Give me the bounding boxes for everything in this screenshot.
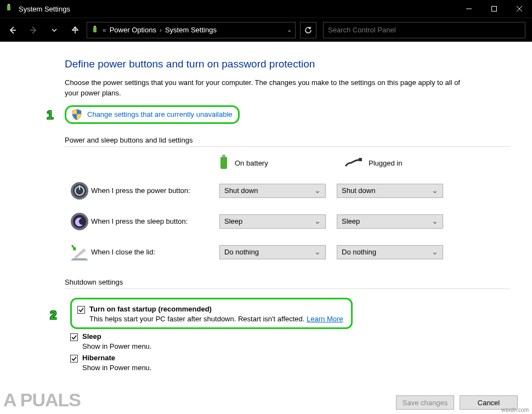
divider <box>65 146 510 147</box>
annotation-1: 1 <box>47 108 53 122</box>
sleep-button-label: When I press the sleep button: <box>91 217 219 225</box>
sleep-button-battery-combo[interactable]: Sleep <box>219 214 326 229</box>
fast-startup-label: Turn on fast startup (recommended) <box>89 305 212 313</box>
breadcrumb-sep-icon: « <box>103 26 106 34</box>
fast-startup-desc: This helps start your PC faster after sh… <box>89 315 307 323</box>
lid-label: When I close the lid: <box>91 248 219 256</box>
hibernate-desc: Show in Power menu. <box>82 364 510 372</box>
search-box[interactable] <box>323 22 525 38</box>
navbar: « Power Options › System Settings ⌄ <box>0 18 532 42</box>
svg-rect-8 <box>93 27 97 32</box>
minimize-button[interactable] <box>456 0 482 18</box>
battery-icon <box>218 154 229 173</box>
power-button-label: When I press the power button: <box>91 186 219 195</box>
col-battery-label: On battery <box>235 159 268 167</box>
back-button[interactable] <box>3 21 22 39</box>
hibernate-checkbox[interactable] <box>70 355 78 362</box>
group-title: Shutdown settings <box>65 278 510 288</box>
change-settings-highlight: 1 Change settings that are currently una… <box>65 105 240 124</box>
sleep-button-icon <box>68 210 91 233</box>
lid-row: When I close the lid: Do nothing Do noth… <box>65 241 510 264</box>
lid-plugged-combo[interactable]: Do nothing <box>337 245 443 259</box>
window-title: System Settings <box>19 5 456 13</box>
save-changes-button[interactable]: Save changes <box>396 395 454 410</box>
column-headers: On battery Plugged in <box>218 154 510 173</box>
maximize-button[interactable] <box>482 0 507 18</box>
power-options-icon <box>4 4 14 14</box>
uac-shield-icon <box>72 109 82 120</box>
lid-battery-combo[interactable]: Do nothing <box>219 245 326 259</box>
chevron-right-icon: › <box>160 26 162 34</box>
shutdown-settings-group: Shutdown settings 2 Turn on fast startup… <box>65 278 510 372</box>
power-button-plugged-combo[interactable]: Shut down <box>337 184 443 198</box>
annotation-2: 2 <box>50 308 56 322</box>
chevron-down-icon[interactable]: ⌄ <box>287 26 292 33</box>
plug-icon <box>344 156 363 170</box>
recent-dropdown[interactable] <box>45 21 64 39</box>
fast-startup-highlight: 2 Turn on fast startup (recommended) Thi… <box>70 298 353 329</box>
watermark: A PUALS <box>3 389 81 411</box>
up-button[interactable] <box>66 21 84 39</box>
breadcrumb[interactable]: « Power Options › System Settings ⌄ <box>87 22 296 38</box>
close-button[interactable] <box>507 0 532 18</box>
page-title: Define power buttons and turn on passwor… <box>65 58 510 70</box>
power-button-icon <box>68 179 91 202</box>
sleep-desc: Show in Power menu. <box>82 342 510 350</box>
power-button-battery-combo[interactable]: Shut down <box>219 184 326 198</box>
group-title: Power and sleep buttons and lid settings <box>65 136 510 146</box>
hibernate-label: Hibernate <box>82 354 115 362</box>
refresh-button[interactable] <box>300 22 316 38</box>
divider <box>65 288 510 289</box>
sleep-label: Sleep <box>82 332 101 341</box>
svg-rect-9 <box>94 26 96 27</box>
breadcrumb-item[interactable]: System Settings <box>165 26 217 34</box>
svg-rect-10 <box>220 157 227 169</box>
change-settings-link[interactable]: Change settings that are currently unava… <box>87 110 233 118</box>
power-button-row: When I press the power button: Shut down… <box>65 179 510 202</box>
svg-rect-1 <box>8 4 10 5</box>
credit: wsxdn.com <box>501 407 529 413</box>
forward-button[interactable] <box>24 21 43 39</box>
svg-rect-12 <box>359 158 362 161</box>
page-description: Choose the power settings that you want … <box>65 78 471 99</box>
sleep-button-plugged-combo[interactable]: Sleep <box>337 214 443 229</box>
power-options-icon <box>90 26 99 35</box>
content: Define power buttons and turn on passwor… <box>0 42 532 372</box>
fast-startup-checkbox[interactable] <box>77 306 85 314</box>
breadcrumb-item[interactable]: Power Options <box>110 26 156 34</box>
svg-rect-11 <box>222 155 225 157</box>
laptop-lid-icon <box>68 241 91 264</box>
sleep-checkbox[interactable] <box>70 333 78 341</box>
svg-rect-0 <box>7 5 10 10</box>
col-plugged-label: Plugged in <box>369 159 402 167</box>
footer-buttons: Save changes Cancel <box>396 395 518 410</box>
svg-rect-3 <box>492 7 497 12</box>
sleep-button-row: When I press the sleep button: Sleep Sle… <box>65 210 510 233</box>
power-sleep-lid-group: Power and sleep buttons and lid settings… <box>65 136 510 264</box>
titlebar: System Settings <box>0 0 532 18</box>
learn-more-link[interactable]: Learn More <box>307 315 343 323</box>
search-input[interactable] <box>324 26 525 34</box>
